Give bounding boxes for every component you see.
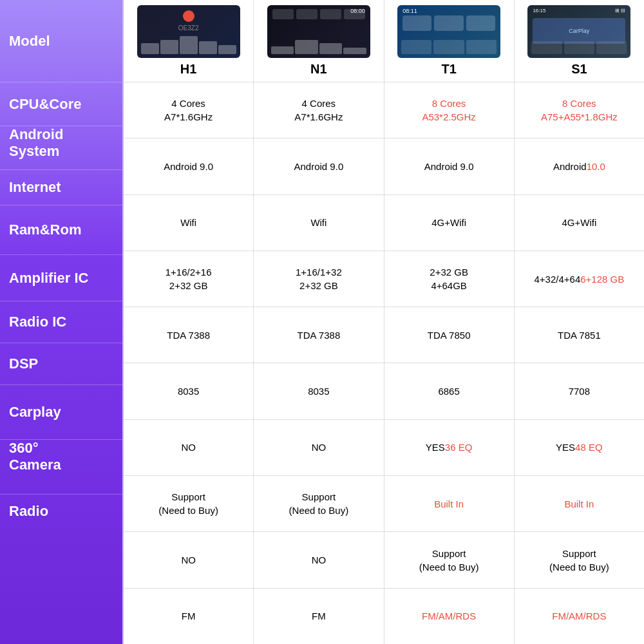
radioic-h1: 8035 [124,363,254,419]
dsp-t1: YES 36 EQ [384,420,515,475]
model-t1-label: T1 [441,62,456,77]
internet-h1: Wifi [124,195,254,251]
image-h1: OE3Z2 [137,5,240,58]
label-radio: Radio [0,495,122,528]
ram-t1: 2+32 GB4+64GB [384,251,515,307]
carplay-s1: Built In [515,476,644,531]
label-amplifier: Amplifier IC [0,255,122,301]
row-radio: FM FM FM/AM/RDS FM/AM/RDS [124,589,644,644]
cpu-s1: 8 CoresA75+A55*1.8GHz [515,82,644,138]
amp-s1: TDA 7851 [515,307,644,363]
label-radio-ic: Radio IC [0,301,122,343]
image-s1: 16:15 ⊞ ⊟ CarPlay [527,5,630,58]
feature-labels-column: Model CPU&Core AndroidSystem Internet Ra… [0,0,122,644]
dsp-n1: NO [254,420,384,475]
radioic-n1: 8035 [254,363,384,419]
header-s1: 16:15 ⊞ ⊟ CarPlay S1 [515,0,644,82]
radio-h1: FM [124,589,254,644]
row-internet: Wifi Wifi 4G+Wifi 4G+Wifi [124,195,644,251]
header-n1: 08:00 N1 [254,0,384,82]
camera-t1: Support(Need to Buy) [384,532,515,587]
carplay-t1: Built In [384,476,515,531]
android-n1: Android 9.0 [254,138,384,194]
amp-n1: TDA 7388 [254,307,384,363]
android-h1: Android 9.0 [124,138,254,194]
model-s1-label: S1 [571,62,587,77]
dsp-h1: NO [124,420,254,475]
label-camera: 360°Camera [0,440,122,495]
carplay-h1: Support(Need to Buy) [124,476,254,531]
image-t1: 08:11 [397,5,500,58]
header-h1: OE3Z2 H1 [124,0,254,82]
label-dsp: DSP [0,343,122,385]
row-ram: 1+16/2+162+32 GB 1+16/1+322+32 GB 2+32 G… [124,251,644,307]
header-row: OE3Z2 H1 08:00 [124,0,644,82]
cpu-h1: 4 CoresA7*1.6GHz [124,82,254,138]
camera-n1: NO [254,532,384,587]
row-carplay: Support(Need to Buy) Support(Need to Buy… [124,476,644,532]
row-camera: NO NO Support(Need to Buy) Support(Need … [124,532,644,588]
internet-s1: 4G+Wifi [515,195,644,251]
ram-n1: 1+16/1+322+32 GB [254,251,384,307]
label-cpu: CPU&Core [0,82,122,126]
row-radio-ic: 8035 8035 6865 7708 [124,363,644,419]
radioic-s1: 7708 [515,363,644,419]
radio-n1: FM [254,589,384,644]
label-android: AndroidSystem [0,126,122,170]
cpu-n1: 4 CoresA7*1.6GHz [254,82,384,138]
data-columns: OE3Z2 H1 08:00 [122,0,644,644]
radio-t1: FM/AM/RDS [384,589,515,644]
row-cpu: 4 CoresA7*1.6GHz 4 CoresA7*1.6GHz 8 Core… [124,82,644,138]
label-model: Model [0,0,122,82]
android-s1: Android 10.0 [515,138,644,194]
label-carplay: Carplay [0,385,122,440]
model-n1-label: N1 [310,62,327,77]
amp-t1: TDA 7850 [384,307,515,363]
internet-t1: 4G+Wifi [384,195,515,251]
row-android: Android 9.0 Android 9.0 Android 9.0 Andr… [124,138,644,194]
row-dsp: NO NO YES 36 EQ YES 48 EQ [124,420,644,476]
label-internet: Internet [0,170,122,205]
label-ram: Ram&Rom [0,205,122,255]
ram-s1: 4+32/4+646+128 GB [515,251,644,307]
radio-s1: FM/AM/RDS [515,589,644,644]
camera-h1: NO [124,532,254,587]
image-n1: 08:00 [267,5,370,58]
internet-n1: Wifi [254,195,384,251]
ram-h1: 1+16/2+162+32 GB [124,251,254,307]
dsp-s1: YES 48 EQ [515,420,644,475]
amp-h1: TDA 7388 [124,307,254,363]
carplay-n1: Support(Need to Buy) [254,476,384,531]
camera-s1: Support(Need to Buy) [515,532,644,587]
cpu-t1: 8 CoresA53*2.5GHz [384,82,515,138]
header-t1: 08:11 T1 [384,0,515,82]
android-t1: Android 9.0 [384,138,515,194]
radioic-t1: 6865 [384,363,515,419]
row-amplifier: TDA 7388 TDA 7388 TDA 7850 TDA 7851 [124,307,644,363]
model-h1-label: H1 [180,62,197,77]
